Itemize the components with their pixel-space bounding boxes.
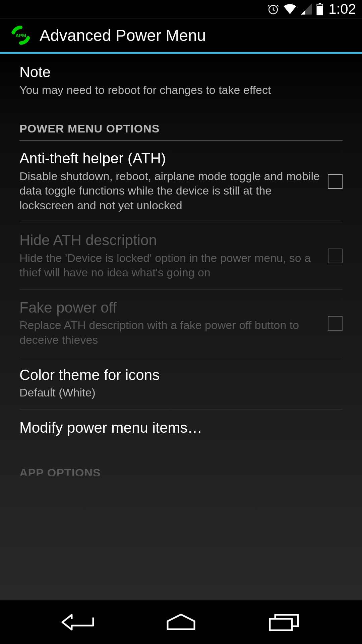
status-clock: 1:02 [328,1,356,17]
checkbox-hide-ath [328,249,343,263]
status-bar: 1:02 [0,0,362,18]
cell-signal-icon [300,3,312,15]
pref-title: Anti-theft helper (ATH) [19,150,321,167]
section-power-menu-options: POWER MENU OPTIONS [19,107,343,141]
wifi-icon [283,3,297,15]
section-app-options: APP OPTIONS [19,445,343,476]
back-button[interactable] [48,609,108,636]
home-button[interactable] [151,609,211,636]
pref-text: Hide ATH description Hide the 'Device is… [19,232,321,280]
checkbox-ath[interactable] [328,174,343,189]
recent-apps-button[interactable] [254,609,314,636]
pref-title: Hide ATH description [19,232,321,249]
pref-title: Color theme for icons [19,367,343,384]
checkbox-fake-power-off [328,316,343,331]
pref-color-theme[interactable]: Color theme for icons Default (White) [19,357,343,410]
pref-summary: Hide the 'Device is locked' option in th… [19,251,321,280]
svg-rect-7 [270,619,292,630]
pref-fake-power-off: Fake power off Replace ATH description w… [19,290,343,357]
pref-title: Fake power off [19,299,321,316]
pref-anti-theft-helper[interactable]: Anti-theft helper (ATH) Disable shutdown… [19,141,343,222]
pref-text: Anti-theft helper (ATH) Disable shutdown… [19,150,321,213]
pref-title: Modify power menu items… [19,419,343,436]
app-icon: APM [10,24,32,46]
screen: 1:02 APM Advanced Power Menu Note You ma… [0,0,362,644]
pref-summary: Replace ATH description with a fake powe… [19,318,321,347]
app-title: Advanced Power Menu [40,26,206,45]
pref-modify-items[interactable]: Modify power menu items… [19,410,343,446]
pref-text: Fake power off Replace ATH description w… [19,299,321,347]
pref-hide-ath-description: Hide ATH description Hide the 'Device is… [19,222,343,290]
svg-rect-3 [317,5,322,6]
settings-list[interactable]: Note You may need to reboot for changes … [0,54,362,600]
pref-text: Color theme for icons Default (White) [19,367,343,400]
note-text: Note You may need to reboot for changes … [19,64,343,97]
pref-summary: Disable shutdown, reboot, airplane mode … [19,169,321,213]
svg-text:APM: APM [15,33,26,38]
navigation-bar [0,600,362,644]
note-summary: You may need to reboot for changes to ta… [19,83,343,98]
note-item[interactable]: Note You may need to reboot for changes … [19,54,343,107]
battery-icon [316,3,324,15]
alarm-icon [267,3,280,15]
svg-rect-1 [319,3,321,4]
pref-text: Modify power menu items… [19,419,343,436]
note-title: Note [19,64,343,81]
pref-summary: Default (White) [19,385,343,400]
action-bar: APM Advanced Power Menu [0,18,362,52]
